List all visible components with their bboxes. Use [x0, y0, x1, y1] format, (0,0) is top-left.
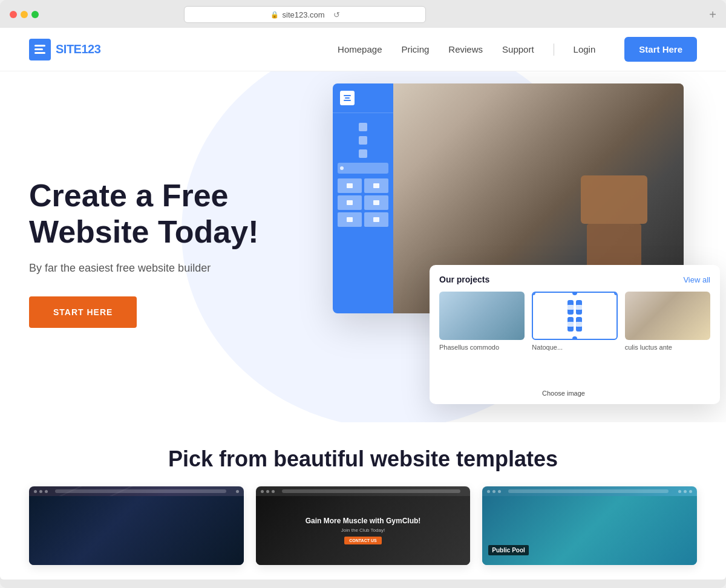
browser-window: 🔒 site123.com ↺ + SITE123: [0, 0, 726, 588]
browser-chrome: 🔒 site123.com ↺ +: [0, 0, 726, 23]
nav-link-homepage[interactable]: Homepage: [338, 44, 382, 54]
tc-gym-cta: CONTACT US: [344, 537, 381, 544]
project-item-3: culis luctus ante: [625, 292, 710, 351]
tc-bg-dark: [29, 496, 244, 565]
logo-text: SITE123: [56, 42, 100, 56]
choose-image-label: Choose image: [542, 390, 585, 397]
project-label-1: Phasellus commodo: [439, 344, 525, 351]
hero-subtitle: By far the easiest free website builder: [29, 262, 258, 275]
project-item-1: Phasellus commodo: [439, 292, 525, 351]
new-tab-icon[interactable]: +: [709, 8, 716, 22]
handle-tl: [532, 292, 535, 295]
reload-icon[interactable]: ↺: [333, 10, 340, 19]
tc-gym-headline: Gain More Muscle with GymClub!: [306, 517, 421, 526]
tc-pool-text: Public Pool: [488, 545, 528, 555]
project-thumb-selected: [532, 292, 617, 340]
minimize-button[interactable]: [21, 11, 28, 18]
grid-img-4: [373, 200, 379, 205]
projects-card-title: Our projects: [439, 275, 489, 284]
start-here-button[interactable]: Start Here: [624, 37, 697, 62]
sidebar-block-2: [359, 136, 367, 145]
logo-icon: [29, 39, 51, 60]
projects-grid: Phasellus commodo: [439, 292, 710, 351]
grid-img-5: [347, 217, 353, 222]
search-icon: [340, 166, 344, 170]
project-item-2: Natoque...: [532, 292, 617, 351]
login-link[interactable]: Login: [574, 44, 596, 54]
lock-icon: 🔒: [270, 11, 279, 19]
handle-tr: [614, 292, 618, 295]
hero-title: Create a Free Website Today!: [29, 178, 258, 250]
nav-link-support[interactable]: Support: [502, 44, 534, 54]
grid-img-1: [347, 183, 353, 188]
grid-img-6: [373, 217, 379, 222]
hero-mockup: Our projects View all Phasellus commodo: [333, 83, 708, 410]
templates-grid: ▪ Quantum Digital ▪ GymClub Gain More Mu…: [29, 486, 697, 565]
templates-section: Pick from beautiful website templates ▪ …: [0, 422, 726, 577]
tc-bg-gym: Gain More Muscle with GymClub! Join the …: [256, 496, 471, 565]
project-label-3: culis luctus ante: [625, 344, 710, 351]
nav-divider: [554, 44, 554, 56]
maximize-button[interactable]: [31, 11, 39, 18]
editor-search: [338, 163, 388, 174]
navigation: SITE123 Homepage Pricing Reviews Support…: [0, 28, 726, 71]
sidebar-block-3: [359, 149, 367, 158]
tc-gym-sub: Join the Club Today!: [341, 528, 385, 533]
projects-card: Our projects View all Phasellus commodo: [430, 265, 720, 404]
handle-b: [572, 336, 577, 340]
nav-link-reviews[interactable]: Reviews: [448, 44, 483, 54]
url-text: site123.com: [283, 10, 325, 19]
grid-img-3: [347, 200, 353, 205]
template-card-pool[interactable]: ▪ Public Pool Public Pool: [482, 486, 697, 565]
template-card-dark[interactable]: ▪ Quantum Digital: [29, 486, 244, 565]
view-all-link[interactable]: View all: [683, 275, 710, 284]
grid-img-2: [373, 183, 379, 188]
tc-pool-label: Public Pool: [488, 545, 528, 555]
ci-cell-4: [576, 317, 582, 332]
project-label-2: Natoque...: [532, 344, 617, 351]
close-button[interactable]: [10, 11, 17, 18]
hero-section: Create a Free Website Today! By far the …: [0, 71, 726, 422]
sidebar-block-1: [359, 123, 367, 131]
tc-topbar-pool: [482, 486, 697, 496]
nav-links: Homepage Pricing Reviews Support Login S…: [338, 37, 697, 62]
templates-title: Pick from beautiful website templates: [29, 446, 697, 472]
editor-logo: [340, 91, 355, 105]
logo[interactable]: SITE123: [29, 39, 100, 60]
hero-cta-button[interactable]: START HERE: [29, 296, 137, 328]
address-bar[interactable]: 🔒 site123.com ↺: [184, 6, 426, 23]
template-card-gym[interactable]: ▪ GymClub Gain More Muscle with GymClub!…: [256, 486, 471, 565]
ci-cell-2: [576, 300, 582, 315]
ci-cell-1: [567, 300, 574, 315]
ci-cell-3: [567, 317, 574, 332]
project-thumb-interior: [439, 292, 525, 340]
editor-sidebar: [333, 83, 393, 313]
nav-link-pricing[interactable]: Pricing: [402, 44, 430, 54]
hero-content: Create a Free Website Today! By far the …: [29, 178, 258, 328]
project-thumb-plants: [625, 292, 710, 340]
traffic-lights: [10, 11, 39, 18]
editor-grid: [333, 176, 393, 229]
tc-topbar-gym: [256, 486, 471, 496]
website-content: SITE123 Homepage Pricing Reviews Support…: [0, 28, 726, 580]
